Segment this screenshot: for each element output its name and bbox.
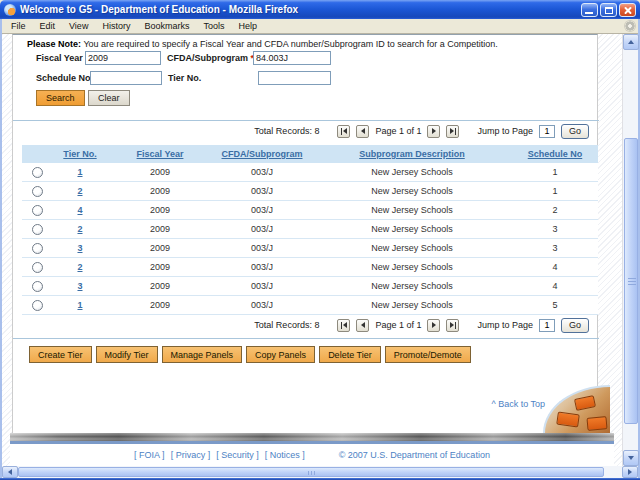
foia-link[interactable]: [ FOIA ]	[134, 450, 165, 460]
notices-link[interactable]: [ Notices ]	[265, 450, 305, 460]
tier-link[interactable]: 3	[77, 243, 82, 253]
last-page-icon	[450, 322, 454, 328]
chair-shape	[574, 395, 596, 411]
prev-page-button[interactable]	[356, 125, 369, 138]
menu-edit[interactable]: Edit	[33, 20, 63, 32]
security-link[interactable]: [ Security ]	[216, 450, 259, 460]
fiscal-year-cell: 2009	[108, 281, 212, 291]
jump-to-page-input[interactable]	[539, 319, 555, 332]
cfda-label: CFDA/Subprogram *	[167, 53, 254, 63]
notice-label: Please Note:	[27, 39, 81, 49]
delete-tier-button[interactable]: Delete Tier	[319, 346, 381, 363]
next-page-button[interactable]	[427, 125, 440, 138]
menu-help[interactable]: Help	[231, 20, 264, 32]
firefox-icon	[4, 4, 16, 16]
last-page-button[interactable]	[446, 125, 459, 138]
fiscal-year-column-header[interactable]: Fiscal Year	[108, 149, 212, 159]
promote-demote-button[interactable]: Promote/Demote	[385, 346, 471, 363]
scroll-up-button[interactable]	[623, 34, 639, 50]
cfda-cell: 003/J	[212, 281, 312, 291]
jump-to-page-input[interactable]	[539, 125, 555, 138]
cfda-cell: 003/J	[212, 300, 312, 310]
scroll-down-button[interactable]	[623, 450, 639, 466]
last-page-button[interactable]	[446, 319, 459, 332]
window-controls	[581, 3, 636, 17]
tier-link[interactable]: 3	[77, 281, 82, 291]
menu-view[interactable]: View	[62, 20, 95, 32]
create-tier-button[interactable]: Create Tier	[29, 346, 92, 363]
row-radio-button[interactable]	[32, 224, 43, 235]
table-row: 1 2009 003/J New Jersey Schools 1	[22, 163, 598, 182]
menu-bookmarks[interactable]: Bookmarks	[137, 20, 196, 32]
manage-panels-button[interactable]: Manage Panels	[162, 346, 243, 363]
table-header-row: Tier No. Fiscal Year CFDA/Subprogram Sub…	[22, 145, 598, 163]
cfda-column-header[interactable]: CFDA/Subprogram	[212, 149, 312, 159]
row-radio-button[interactable]	[32, 186, 43, 197]
prev-page-icon	[361, 322, 365, 328]
go-button[interactable]: Go	[561, 124, 589, 139]
vertical-scrollbar[interactable]	[622, 34, 638, 466]
table-body: 1 2009 003/J New Jersey Schools 1 2 2009…	[22, 163, 598, 315]
schedule-no-label: Schedule No	[36, 73, 91, 83]
row-radio-button[interactable]	[32, 262, 43, 273]
throbber-icon	[625, 21, 635, 31]
menu-file[interactable]: File	[4, 20, 33, 32]
minimize-button[interactable]	[581, 3, 598, 17]
results-table: Tier No. Fiscal Year CFDA/Subprogram Sub…	[22, 145, 598, 315]
separator-line	[13, 120, 599, 121]
first-page-button[interactable]	[337, 125, 350, 138]
row-radio-button[interactable]	[32, 281, 43, 292]
schedule-cell: 4	[512, 262, 598, 272]
schedule-no-field[interactable]	[90, 71, 162, 85]
schedule-cell: 5	[512, 300, 598, 310]
row-radio-button[interactable]	[32, 167, 43, 178]
fiscal-year-cell: 2009	[108, 167, 212, 177]
cfda-field[interactable]	[253, 51, 331, 65]
description-column-header[interactable]: Subprogram Description	[312, 149, 512, 159]
tier-link[interactable]: 1	[77, 167, 82, 177]
copy-panels-button[interactable]: Copy Panels	[246, 346, 315, 363]
scroll-right-button[interactable]	[622, 466, 638, 478]
table-row: 1 2009 003/J New Jersey Schools 5	[22, 296, 598, 315]
cfda-cell: 003/J	[212, 186, 312, 196]
tier-no-column-header[interactable]: Tier No.	[52, 149, 108, 159]
search-button[interactable]: Search	[36, 90, 85, 106]
tier-link[interactable]: 4	[77, 205, 82, 215]
pagination-bottom: Total Records: 8 Page 1 of 1 Jump to Pag…	[254, 317, 589, 333]
prev-page-button[interactable]	[356, 319, 369, 332]
modify-tier-button[interactable]: Modify Tier	[96, 346, 158, 363]
horizontal-scrollbar-thumb[interactable]	[18, 467, 604, 477]
schedule-cell: 2	[512, 205, 598, 215]
tier-link[interactable]: 2	[77, 224, 82, 234]
tier-link[interactable]: 2	[77, 262, 82, 272]
clear-button[interactable]: Clear	[88, 90, 130, 106]
cfda-cell: 003/J	[212, 224, 312, 234]
next-page-button[interactable]	[427, 319, 440, 332]
prev-page-icon	[361, 128, 365, 134]
go-button[interactable]: Go	[561, 318, 589, 333]
tier-link[interactable]: 2	[77, 186, 82, 196]
description-cell: New Jersey Schools	[312, 262, 512, 272]
metallic-divider-bar	[10, 433, 614, 441]
restore-button[interactable]	[600, 3, 617, 17]
horizontal-scrollbar[interactable]	[2, 466, 638, 478]
tier-no-field[interactable]	[258, 71, 331, 85]
privacy-link[interactable]: [ Privacy ]	[171, 450, 211, 460]
jump-to-page-label: Jump to Page	[477, 320, 533, 330]
description-cell: New Jersey Schools	[312, 243, 512, 253]
next-page-icon	[432, 322, 436, 328]
row-radio-button[interactable]	[32, 243, 43, 254]
close-button[interactable]	[619, 3, 636, 17]
row-radio-button[interactable]	[32, 300, 43, 311]
vertical-scrollbar-thumb[interactable]	[624, 138, 638, 424]
chair-shape	[556, 412, 580, 428]
menu-tools[interactable]: Tools	[196, 20, 231, 32]
back-to-top-link[interactable]: ^ Back to Top	[491, 399, 545, 409]
fiscal-year-field[interactable]	[85, 51, 161, 65]
tier-link[interactable]: 1	[77, 300, 82, 310]
row-radio-button[interactable]	[32, 205, 43, 216]
menu-history[interactable]: History	[95, 20, 137, 32]
scroll-left-button[interactable]	[2, 466, 18, 478]
first-page-button[interactable]	[337, 319, 350, 332]
schedule-no-column-header[interactable]: Schedule No	[512, 149, 598, 159]
